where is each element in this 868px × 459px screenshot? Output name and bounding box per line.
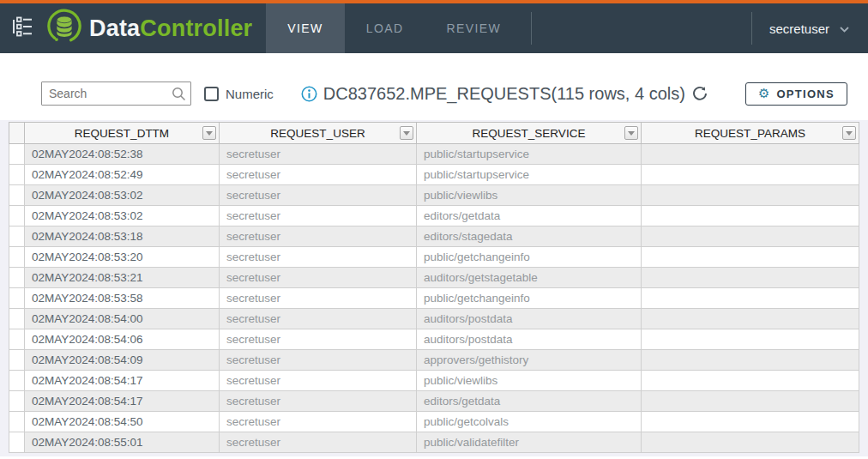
table-cell[interactable]: secretuser [220,247,417,268]
refresh-icon[interactable] [692,86,708,101]
table-row[interactable]: 02MAY2024:08:53:58secretuserpublic/getch… [9,288,859,309]
row-number-cell[interactable] [9,247,25,268]
table-cell[interactable]: 02MAY2024:08:53:02 [25,185,220,206]
table-cell[interactable]: secretuser [220,185,417,206]
table-cell[interactable] [642,329,859,350]
row-number-cell[interactable] [9,206,25,226]
table-cell[interactable]: secretuser [220,309,417,329]
table-cell[interactable]: secretuser [220,329,417,350]
table-cell[interactable]: secretuser [220,268,417,288]
table-row[interactable]: 02MAY2024:08:52:38secretuserpublic/start… [9,144,859,165]
table-row[interactable]: 02MAY2024:08:54:50secretuserpublic/getco… [9,412,859,432]
table-cell[interactable] [642,144,859,165]
row-number-cell[interactable] [9,350,25,371]
table-cell[interactable]: 02MAY2024:08:54:00 [25,309,220,329]
table-row[interactable]: 02MAY2024:08:53:02secretuserpublic/viewl… [9,185,859,206]
table-cell[interactable]: public/validatefilter [417,432,642,453]
row-number-cell[interactable] [9,288,25,309]
table-cell[interactable]: 02MAY2024:08:52:49 [25,165,220,185]
table-cell[interactable] [642,371,859,391]
table-row[interactable]: 02MAY2024:08:54:17secretusereditors/getd… [9,391,859,412]
table-cell[interactable]: secretuser [220,391,417,412]
table-row[interactable]: 02MAY2024:08:54:00secretuserauditors/pos… [9,309,859,329]
row-number-cell[interactable] [9,329,25,350]
table-cell[interactable]: public/viewlibs [417,371,642,391]
table-cell[interactable] [642,432,859,453]
table-cell[interactable]: 02MAY2024:08:53:02 [25,206,220,226]
table-cell[interactable]: approvers/gethistory [417,350,642,371]
table-cell[interactable]: secretuser [220,412,417,432]
table-cell[interactable]: 02MAY2024:08:54:17 [25,371,220,391]
nav-menu-button[interactable] [10,3,33,53]
row-number-cell[interactable] [9,185,25,206]
row-number-cell[interactable] [9,268,25,288]
table-row[interactable]: 02MAY2024:08:54:09secretuserapprovers/ge… [9,350,859,371]
table-cell[interactable]: editors/stagedata [417,226,642,247]
table-cell[interactable] [642,391,859,412]
column-filter-button[interactable] [202,126,216,140]
column-header-request-service[interactable]: REQUEST_SERVICE [417,123,642,144]
column-filter-button[interactable] [624,126,638,140]
table-cell[interactable] [642,185,859,206]
column-filter-button[interactable] [842,126,856,140]
brand-logo[interactable]: DataController [46,3,252,53]
table-row[interactable]: 02MAY2024:08:54:17secretuserpublic/viewl… [9,371,859,391]
table-row[interactable]: 02MAY2024:08:55:01secretuserpublic/valid… [9,432,859,453]
row-number-cell[interactable] [9,165,25,185]
column-header-request-dttm[interactable]: REQUEST_DTTM [25,123,220,144]
row-number-cell[interactable] [9,309,25,329]
table-cell[interactable]: auditors/postdata [417,309,642,329]
column-filter-button[interactable] [400,126,413,140]
table-cell[interactable]: 02MAY2024:08:53:18 [25,226,220,247]
table-cell[interactable]: public/getchangeinfo [417,247,642,268]
table-cell[interactable]: auditors/postdata [417,329,642,350]
table-cell[interactable]: secretuser [220,206,417,226]
options-button[interactable]: ⚙ OPTIONS [745,82,847,106]
info-circle-icon[interactable] [301,86,317,102]
table-cell[interactable]: public/viewlibs [417,185,642,206]
table-row[interactable]: 02MAY2024:08:53:21secretuserauditors/get… [9,268,859,288]
table-cell[interactable]: public/getcolvals [417,412,642,432]
table-cell[interactable]: secretuser [220,165,417,185]
row-number-cell[interactable] [9,226,25,247]
table-row[interactable]: 02MAY2024:08:54:06secretuserauditors/pos… [9,329,859,350]
table-cell[interactable]: 02MAY2024:08:55:01 [25,432,220,453]
table-row[interactable]: 02MAY2024:08:53:20secretuserpublic/getch… [9,247,859,268]
table-cell[interactable]: secretuser [220,144,417,165]
table-cell[interactable]: 02MAY2024:08:52:38 [25,144,220,165]
tab-view[interactable]: VIEW [266,3,344,53]
search-input[interactable] [41,82,191,106]
row-number-cell[interactable] [9,371,25,391]
table-cell[interactable]: public/startupservice [417,165,642,185]
table-cell[interactable]: secretuser [220,371,417,391]
table-cell[interactable]: secretuser [220,432,417,453]
column-header-request-user[interactable]: REQUEST_USER [220,123,417,144]
table-cell[interactable] [642,247,859,268]
table-cell[interactable]: 02MAY2024:08:53:21 [25,268,220,288]
table-cell[interactable]: editors/getdata [417,391,642,412]
table-cell[interactable]: 02MAY2024:08:54:06 [25,329,220,350]
table-cell[interactable]: public/startupservice [417,144,642,165]
table-cell[interactable] [642,226,859,247]
table-row[interactable]: 02MAY2024:08:53:18secretusereditors/stag… [9,226,859,247]
table-cell[interactable]: editors/getdata [417,206,642,226]
table-row[interactable]: 02MAY2024:08:52:49secretuserpublic/start… [9,165,859,185]
table-cell[interactable]: secretuser [220,288,417,309]
tab-review[interactable]: REVIEW [425,3,522,53]
table-cell[interactable] [642,206,859,226]
table-cell[interactable]: secretuser [220,350,417,371]
table-cell[interactable]: 02MAY2024:08:54:17 [25,391,220,412]
table-cell[interactable]: secretuser [220,226,417,247]
user-menu[interactable]: secretuser [752,3,868,53]
table-cell[interactable] [642,268,859,288]
table-cell[interactable] [642,350,859,371]
table-cell[interactable] [642,165,859,185]
table-cell[interactable]: 02MAY2024:08:53:20 [25,247,220,268]
table-cell[interactable]: public/getchangeinfo [417,288,642,309]
table-cell[interactable]: auditors/getstagetable [417,268,642,288]
numeric-checkbox[interactable] [204,87,219,101]
row-number-cell[interactable] [9,144,25,165]
row-number-cell[interactable] [9,412,25,432]
table-cell[interactable]: 02MAY2024:08:53:58 [25,288,220,309]
tab-load[interactable]: LOAD [345,3,425,53]
